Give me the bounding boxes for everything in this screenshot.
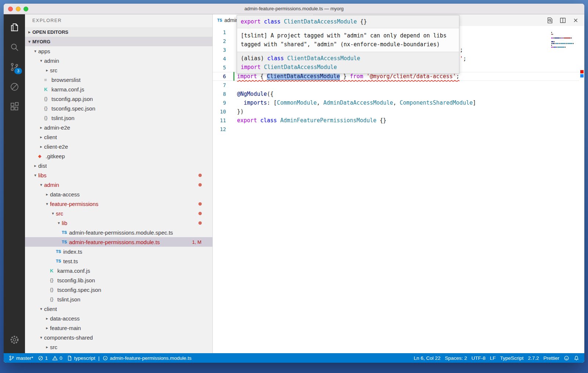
minimize-window-button[interactable]: [16, 7, 21, 11]
chevron-down-icon: ▾: [38, 307, 44, 311]
tree-folder-admin[interactable]: ▾admin: [25, 56, 212, 65]
code-area[interactable]: 123;4';56import { ClientDataAccessModule…: [213, 26, 584, 353]
tree-file-tslint.json[interactable]: {}tslint.json: [25, 294, 212, 304]
minimap-token: [561, 37, 562, 39]
code-line-12[interactable]: 12: [213, 125, 584, 134]
chevron-right-icon: ▸: [38, 135, 44, 140]
tree-folder-feature-permissions[interactable]: ▾feature-permissions: [25, 199, 212, 209]
line-number[interactable]: 12: [213, 125, 226, 134]
tree-folder-client[interactable]: ▸client: [25, 132, 212, 142]
symbol-link[interactable]: ClientDataAccessModule: [267, 73, 340, 80]
tree-folder-src[interactable]: ▸src: [25, 342, 212, 352]
tree-folder-dist[interactable]: ▸dist: [25, 161, 212, 170]
source-control-icon[interactable]: 3: [4, 57, 25, 77]
karma-file-icon: K: [44, 87, 51, 92]
status-formatter[interactable]: Prettier: [541, 353, 562, 363]
code-line-8[interactable]: 8@NgModule({: [213, 90, 584, 98]
status-feedback[interactable]: [562, 353, 571, 363]
line-number[interactable]: 4: [213, 54, 226, 63]
status-language-label: TypeScript: [500, 355, 524, 361]
tree-folder-client-e2e[interactable]: ▸client-e2e: [25, 142, 212, 151]
workspace-header[interactable]: ▾ MYORG: [25, 37, 212, 46]
line-number[interactable]: 3: [213, 46, 226, 54]
overview-ruler[interactable]: [579, 26, 584, 353]
code-token: ComponentsSharedModule: [400, 99, 473, 106]
settings-gear-icon[interactable]: [4, 330, 25, 350]
code-line-7[interactable]: 7: [213, 81, 584, 90]
tree-item-label: client: [44, 306, 57, 312]
status-errors[interactable]: 1: [36, 353, 50, 363]
code-line-9[interactable]: 9 imports: [CommonModule, AdminDataAcces…: [213, 98, 584, 107]
tree-folder-data-access[interactable]: ▸data-access: [25, 314, 212, 323]
line-number[interactable]: 5: [213, 63, 226, 72]
tree-file-tsconfig.spec.json[interactable]: {}tsconfig.spec.json: [25, 285, 212, 294]
tree-folder-apps[interactable]: ▾apps: [25, 46, 212, 56]
minimap-token: [551, 32, 552, 33]
debug-icon[interactable]: [4, 77, 25, 97]
tree-file-karma.conf.js[interactable]: Kkarma.conf.js: [25, 266, 212, 275]
close-icon[interactable]: [572, 17, 579, 24]
vscode-window: admin-feature-permissions.module.ts — my…: [4, 4, 584, 363]
tree-file-tsconfig.lib.json[interactable]: {}tsconfig.lib.json: [25, 275, 212, 285]
tree-item-label: feature-permissions: [50, 201, 98, 207]
minimap[interactable]: [551, 28, 578, 50]
open-editors-header[interactable]: ▸ OPEN EDITORS: [25, 27, 212, 37]
explorer-icon[interactable]: [4, 17, 25, 37]
status-indentation[interactable]: Spaces: 2: [443, 353, 469, 363]
open-changes-icon[interactable]: [546, 17, 553, 24]
status-branch[interactable]: master*: [7, 353, 36, 363]
tree-item-label: src: [56, 210, 63, 217]
status-active-file[interactable]: admin-feature-permissions.module.ts: [100, 353, 194, 363]
status-ts-version[interactable]: 2.7.2: [526, 353, 541, 363]
tree-file-index.ts[interactable]: TSindex.ts: [25, 247, 212, 256]
tree-folder-components-shared[interactable]: ▾components-shared: [25, 333, 212, 342]
line-number[interactable]: 8: [213, 90, 226, 98]
status-tslint-language[interactable]: typescript: [65, 353, 98, 363]
zoom-window-button[interactable]: [24, 7, 28, 11]
line-number[interactable]: 1: [213, 28, 226, 37]
tree-file-tsconfig.spec.json[interactable]: {}tsconfig.spec.json: [25, 104, 212, 113]
tree-file-test.ts[interactable]: TStest.ts: [25, 256, 212, 266]
line-number[interactable]: 11: [213, 116, 226, 125]
file-icon: [67, 355, 72, 361]
tree-folder-feature-main[interactable]: ▸feature-main: [25, 323, 212, 333]
tree-folder-src[interactable]: ▸src: [25, 65, 212, 75]
tree-file-admin-feature-permissions.module.spec.ts[interactable]: TSadmin-feature-permissions.module.spec.…: [25, 228, 212, 237]
search-icon[interactable]: [4, 37, 25, 57]
tree-folder-lib[interactable]: ▾lib: [25, 218, 212, 228]
line-number[interactable]: 2: [213, 37, 226, 46]
status-language[interactable]: TypeScript: [498, 353, 526, 363]
status-ts-version-label: 2.7.2: [528, 355, 539, 361]
minimap-token: [551, 37, 553, 39]
line-number[interactable]: 6: [213, 72, 226, 81]
extensions-icon[interactable]: [4, 97, 25, 116]
tree-folder-admin-e2e[interactable]: ▸admin-e2e: [25, 123, 212, 132]
tree-folder-src[interactable]: ▾src: [25, 209, 212, 218]
minimap-line: [551, 32, 578, 33]
tree-folder-admin[interactable]: ▾admin: [25, 180, 212, 189]
line-number[interactable]: 9: [213, 98, 226, 107]
status-encoding[interactable]: UTF-8: [469, 353, 488, 363]
code-line-10[interactable]: 10}): [213, 107, 584, 116]
line-number[interactable]: 10: [213, 107, 226, 116]
tree-file-admin-feature-permissions.module.ts[interactable]: TSadmin-feature-permissions.module.ts1, …: [25, 237, 212, 247]
line-number[interactable]: 7: [213, 81, 226, 90]
tree-folder-libs[interactable]: ▾libs: [25, 170, 212, 180]
status-warnings[interactable]: 0: [50, 353, 65, 363]
tree-file-tslint.json[interactable]: {}tslint.json: [25, 113, 212, 123]
close-window-button[interactable]: [8, 7, 13, 11]
tree-file-.gitkeep[interactable]: ◆.gitkeep: [25, 151, 212, 161]
status-notifications[interactable]: [571, 353, 581, 363]
tree-folder-client[interactable]: ▾client: [25, 304, 212, 314]
tree-item-label: browserslist: [51, 77, 80, 83]
split-editor-icon[interactable]: [559, 17, 566, 24]
tree-file-browserslist[interactable]: ≡browserslist: [25, 75, 212, 84]
tree-folder-data-access[interactable]: ▸data-access: [25, 189, 212, 199]
status-eol[interactable]: LF: [488, 353, 498, 363]
tree-file-tsconfig.app.json[interactable]: {}tsconfig.app.json: [25, 94, 212, 104]
code-line-11[interactable]: 11export class AdminFeaturePermissionsMo…: [213, 116, 584, 125]
tree-file-karma.conf.js[interactable]: Kkarma.conf.js: [25, 84, 212, 94]
chevron-down-icon: ▾: [38, 182, 44, 187]
tree-item-label: src: [50, 344, 57, 350]
status-cursor-position[interactable]: Ln 6, Col 22: [412, 353, 443, 363]
